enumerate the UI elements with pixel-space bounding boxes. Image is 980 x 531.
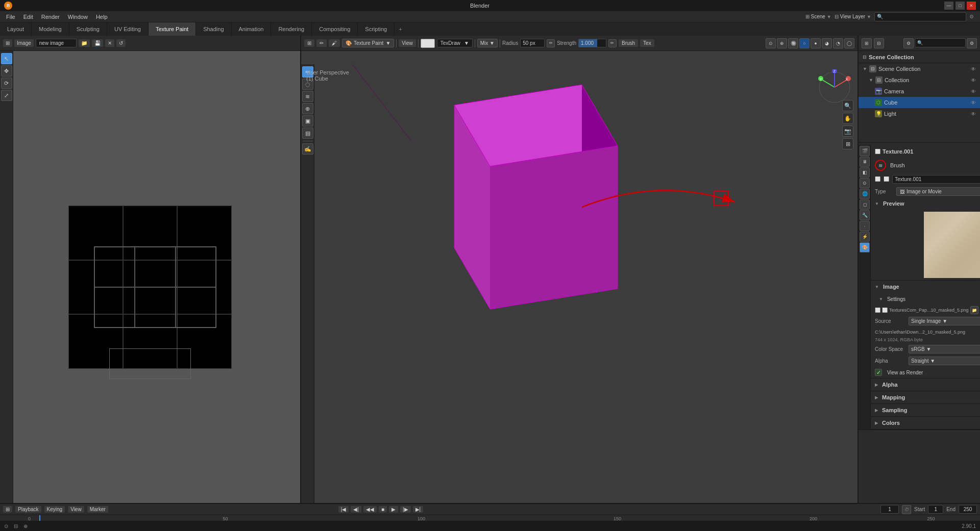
marker-button[interactable]: Marker bbox=[87, 506, 108, 513]
filter-options-button[interactable]: ⚙ bbox=[967, 38, 977, 48]
image-file-browse[interactable]: 📁 bbox=[970, 306, 978, 314]
image-header[interactable]: ▼ Image bbox=[871, 281, 980, 293]
viewport-editor-type[interactable]: ⊞ bbox=[304, 39, 314, 47]
menu-help[interactable]: Help bbox=[92, 13, 112, 21]
viewport-overlay-button[interactable]: ⊙ bbox=[766, 38, 776, 48]
close-button[interactable]: ✕ bbox=[967, 2, 976, 10]
grab-button[interactable]: ✋ bbox=[842, 113, 853, 124]
outliner-search[interactable]: 🔍 bbox=[915, 38, 966, 47]
rp-header-icon2[interactable]: ⊟ bbox=[874, 38, 884, 48]
viewport-shading-material[interactable]: ◕ bbox=[822, 38, 832, 48]
render-props-tab[interactable]: 🎬 bbox=[860, 146, 870, 156]
outliner-item-camera[interactable]: 📷 Camera 👁 bbox=[859, 86, 980, 97]
keying-button[interactable]: Keying bbox=[44, 506, 65, 513]
image-menu[interactable]: Image bbox=[14, 39, 34, 47]
alpha-dropdown[interactable]: Straight ▼ bbox=[909, 357, 980, 365]
rp-header-icon[interactable]: ⊞ bbox=[862, 38, 872, 48]
texture-slot-name[interactable]: Texture.001 bbox=[892, 175, 980, 184]
maximize-button[interactable]: □ bbox=[955, 2, 965, 10]
particles-props-tab[interactable]: · bbox=[860, 221, 870, 231]
type-dropdown[interactable]: 🖼 Image or Movie ▼ bbox=[896, 187, 980, 196]
eye-icon[interactable]: 👁 bbox=[971, 66, 976, 72]
menu-window[interactable]: Window bbox=[64, 13, 92, 21]
viewport-proportional-button[interactable]: ○ bbox=[799, 38, 810, 48]
tab-shading[interactable]: Shading bbox=[196, 22, 231, 36]
viewport-gizmo-button[interactable]: ⊕ bbox=[777, 38, 787, 48]
camera-button[interactable]: 📷 bbox=[842, 125, 853, 137]
sampling-section-header[interactable]: ▶ Sampling bbox=[871, 404, 980, 416]
outliner-item-light[interactable]: 💡 Light 👁 bbox=[859, 108, 980, 119]
alpha-section-header[interactable]: ▶ Alpha bbox=[871, 378, 980, 391]
source-dropdown[interactable]: Single Image ▼ bbox=[909, 317, 980, 325]
viewport-shading-rendered[interactable]: ◔ bbox=[833, 38, 843, 48]
paint-mode-dropdown[interactable]: 🎨 Texture Paint ▼ bbox=[342, 39, 394, 47]
grid-button[interactable]: ⊞ bbox=[842, 138, 853, 149]
preview-header[interactable]: ▼ Preview bbox=[871, 197, 980, 210]
strength-picker-button[interactable]: ✏ bbox=[608, 39, 617, 47]
play-backward[interactable]: ◀◀ bbox=[363, 506, 377, 513]
end-frame[interactable]: 250 bbox=[959, 505, 977, 514]
radius-picker-button[interactable]: ✏ bbox=[547, 39, 555, 47]
playback-button[interactable]: Playback bbox=[15, 506, 41, 513]
viewport-shading-mode[interactable]: 🖌 bbox=[329, 39, 340, 47]
viewport-shading-solid[interactable]: ● bbox=[811, 38, 821, 48]
brush-name-dropdown[interactable]: TexDraw ▼ bbox=[437, 39, 473, 47]
refresh-button[interactable]: ↺ bbox=[116, 39, 126, 47]
uv-select-tool[interactable]: ↖ bbox=[1, 53, 12, 64]
tab-sculpting[interactable]: Sculpting bbox=[69, 22, 107, 36]
menu-render[interactable]: Render bbox=[37, 13, 64, 21]
stop-button[interactable]: ■ bbox=[379, 506, 387, 513]
physics-props-tab[interactable]: ⚡ bbox=[860, 232, 870, 242]
start-frame[interactable]: 1 bbox=[928, 505, 943, 514]
next-keyframe[interactable]: |▶ bbox=[400, 506, 411, 513]
view-layer-selector[interactable]: ⊟ View Layer ▼ bbox=[835, 14, 871, 19]
colorspace-dropdown[interactable]: sRGB ▼ bbox=[909, 345, 980, 353]
modifier-props-tab[interactable]: 🔧 bbox=[860, 210, 870, 220]
material-props-tab[interactable]: 🎨 bbox=[860, 242, 870, 252]
minimize-button[interactable]: — bbox=[944, 2, 953, 10]
viewport-view-menu[interactable]: View bbox=[399, 39, 416, 47]
blend-mode-dropdown[interactable]: Mix ▼ bbox=[477, 39, 498, 47]
uv-scale-tool[interactable]: ⤢ bbox=[1, 90, 12, 101]
editor-type-button[interactable]: ⊞ bbox=[3, 39, 12, 47]
save-image-button[interactable]: 💾 bbox=[92, 39, 103, 47]
open-image-button[interactable]: 📁 bbox=[79, 39, 90, 47]
world-props-tab[interactable]: 🌐 bbox=[860, 189, 870, 199]
tab-compositing[interactable]: Compositing bbox=[312, 22, 358, 36]
output-props-tab[interactable]: 🖥 bbox=[860, 157, 870, 167]
eye-icon[interactable]: 👁 bbox=[971, 111, 976, 117]
tex-button[interactable]: Tex bbox=[640, 39, 654, 47]
outliner-item-scene-collection[interactable]: ▼ ⊟ Scene Collection 👁 bbox=[859, 63, 980, 74]
tab-layout[interactable]: Layout bbox=[0, 22, 32, 36]
viewport-shading-wireframe[interactable]: ◯ bbox=[844, 38, 854, 48]
jump-to-start[interactable]: |◀ bbox=[338, 506, 349, 513]
tab-uv-editing[interactable]: UV Editing bbox=[107, 22, 149, 36]
mapping-section-header[interactable]: ▶ Mapping bbox=[871, 391, 980, 403]
brush-color-swatch[interactable] bbox=[421, 39, 435, 48]
view-as-render-checkbox[interactable]: ✓ bbox=[875, 369, 882, 376]
uv-move-tool[interactable]: ✥ bbox=[1, 65, 12, 77]
tab-scripting[interactable]: Scripting bbox=[358, 22, 395, 36]
strength-value[interactable]: 1.000 bbox=[578, 39, 606, 47]
settings-header[interactable]: ▼ Settings bbox=[871, 293, 980, 305]
search-bar[interactable]: 🔍 bbox=[874, 12, 966, 21]
jump-to-end[interactable]: ▶| bbox=[413, 506, 424, 513]
menu-edit[interactable]: Edit bbox=[19, 13, 37, 21]
view-layer-props-tab[interactable]: ◧ bbox=[860, 167, 870, 178]
current-frame[interactable]: 1 bbox=[880, 505, 899, 514]
filter-toggle[interactable]: ⚙ bbox=[903, 38, 914, 48]
outliner-item-cube[interactable]: ⬡ Cube 👁 bbox=[859, 97, 980, 108]
colors-section-header[interactable]: ▶ Colors bbox=[871, 417, 980, 429]
uv-rotate-tool[interactable]: ⟳ bbox=[1, 78, 12, 89]
viewport-mode-button[interactable]: ✏ bbox=[316, 39, 327, 47]
tab-animation[interactable]: Animation bbox=[232, 22, 272, 36]
viewport-snap-button[interactable]: 🔘 bbox=[788, 38, 798, 48]
radius-value[interactable]: 50 px bbox=[520, 39, 545, 47]
close-image-button[interactable]: ✕ bbox=[105, 39, 114, 47]
eye-icon[interactable]: 👁 bbox=[971, 89, 976, 94]
scene-props-tab[interactable]: ⊙ bbox=[860, 178, 870, 188]
tab-modeling[interactable]: Modeling bbox=[32, 22, 69, 36]
tab-add-button[interactable]: + bbox=[395, 22, 406, 36]
timeline-editor-type[interactable]: ⊞ bbox=[3, 506, 12, 513]
view-button[interactable]: View bbox=[68, 506, 84, 513]
